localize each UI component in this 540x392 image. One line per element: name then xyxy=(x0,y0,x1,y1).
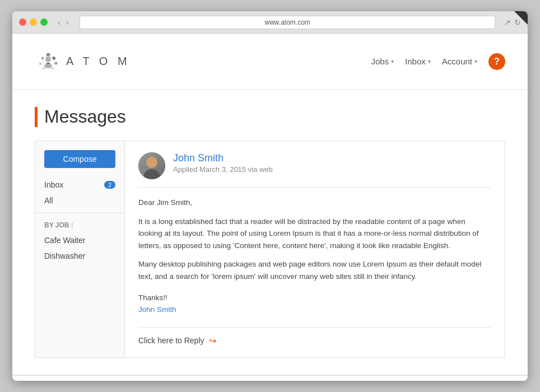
back-button[interactable]: ‹ xyxy=(55,17,63,28)
svg-point-6 xyxy=(43,67,45,69)
site-header: A T O M Jobs ▾ Inbox ▾ Account ▾ ? xyxy=(12,34,528,90)
compose-button[interactable]: Compose xyxy=(44,150,115,168)
message-signature: Thanks!! John Smith xyxy=(138,292,491,316)
avatar-face xyxy=(146,157,157,168)
signature-thanks: Thanks!! xyxy=(138,292,491,304)
help-button[interactable]: ? xyxy=(488,53,505,70)
title-accent-bar xyxy=(35,107,38,127)
by-job-label: BY JOB : xyxy=(35,218,124,232)
content-layout: Compose Inbox 2 All BY JOB : xyxy=(35,141,505,358)
url-text: www.atom.com xyxy=(264,18,310,26)
message-paragraph-1: It is a long established fact that a rea… xyxy=(138,216,491,252)
svg-point-7 xyxy=(52,67,54,69)
message-panel: John Smith Applied March 3, 2015 via web… xyxy=(125,141,505,357)
signature-name: John Smith xyxy=(138,304,491,316)
sidebar-item-all[interactable]: All xyxy=(35,193,124,208)
logo-text: A T O M xyxy=(66,55,131,68)
sidebar-item-cafe-waiter[interactable]: Cafe Waiter xyxy=(35,232,124,248)
svg-point-9 xyxy=(45,57,51,62)
svg-point-3 xyxy=(39,63,41,65)
inbox-badge: 2 xyxy=(104,181,115,189)
sidebar-nav: Inbox 2 All xyxy=(35,177,124,208)
sender-name: John Smith xyxy=(173,152,273,164)
svg-point-5 xyxy=(55,62,58,64)
browser-titlebar: ‹ › www.atom.com ↗ ↻ xyxy=(12,11,528,34)
reply-icon: ↪ xyxy=(209,335,216,346)
minimize-button[interactable] xyxy=(30,18,37,26)
logo-area: A T O M xyxy=(35,48,131,75)
forward-button[interactable]: › xyxy=(64,17,71,28)
avatar-image xyxy=(138,152,165,179)
message-header: John Smith Applied March 3, 2015 via web xyxy=(138,152,491,188)
inbox-dropdown-arrow: ▾ xyxy=(428,58,431,64)
sidebar-divider xyxy=(35,213,124,213)
reply-section: Click here to Reply ↪ xyxy=(138,327,491,346)
browser-window: ‹ › www.atom.com ↗ ↻ xyxy=(12,11,528,381)
message-greeting: Dear Jim Smith, xyxy=(138,197,491,209)
maximize-button[interactable] xyxy=(40,18,48,26)
message-body: Dear Jim Smith, It is a long established… xyxy=(138,197,491,316)
sidebar-item-dishwasher[interactable]: Dishwasher xyxy=(35,248,124,264)
main-content: Messages Compose Inbox 2 All xyxy=(12,90,528,375)
download-button[interactable]: ↻ xyxy=(514,18,521,27)
page-title-section: Messages xyxy=(35,106,505,127)
close-button[interactable] xyxy=(19,18,26,26)
jobs-dropdown-arrow: ▾ xyxy=(391,58,394,64)
browser-actions: ↗ ↻ xyxy=(504,18,521,27)
sidebar: Compose Inbox 2 All BY JOB : xyxy=(35,141,125,357)
job-nav: Cafe Waiter Dishwasher xyxy=(35,232,124,264)
nav-jobs[interactable]: Jobs ▾ xyxy=(371,57,394,66)
sender-meta: Applied March 3, 2015 via web xyxy=(173,165,273,174)
sender-info: John Smith Applied March 3, 2015 via web xyxy=(173,152,273,174)
reply-link[interactable]: Click here to Reply ↪ xyxy=(138,335,491,346)
share-button[interactable]: ↗ xyxy=(504,18,511,27)
nav-account[interactable]: Account ▾ xyxy=(442,57,477,66)
traffic-lights xyxy=(19,18,48,26)
avatar-body xyxy=(143,169,160,179)
main-nav: Jobs ▾ Inbox ▾ Account ▾ ? xyxy=(371,53,505,70)
page-title: Messages xyxy=(44,106,126,127)
account-dropdown-arrow: ▾ xyxy=(474,58,477,64)
atom-logo-icon xyxy=(35,48,62,75)
reply-label: Click here to Reply xyxy=(138,336,204,345)
nav-arrows: ‹ › xyxy=(55,17,71,28)
sidebar-item-inbox[interactable]: Inbox 2 xyxy=(35,177,124,193)
footer: A T O M Jobs | Inbox | Account | Site Ma… xyxy=(12,375,528,381)
page-content: A T O M Jobs ▾ Inbox ▾ Account ▾ ? xyxy=(12,34,528,381)
avatar xyxy=(138,152,165,179)
nav-inbox[interactable]: Inbox ▾ xyxy=(405,57,431,66)
address-bar[interactable]: www.atom.com xyxy=(80,16,495,29)
svg-point-10 xyxy=(44,64,52,68)
message-paragraph-2: Many desktop publishing packages and web… xyxy=(138,258,491,282)
